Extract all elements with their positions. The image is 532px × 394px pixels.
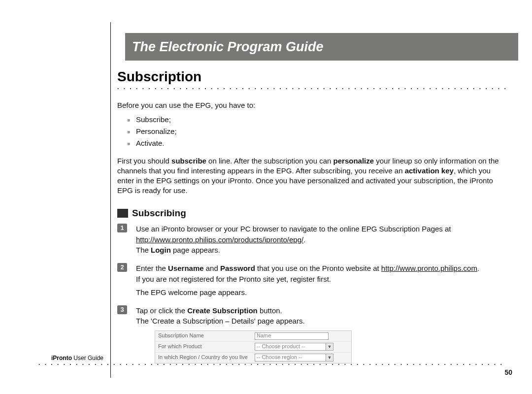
- step-item: 2 Enter the Username and Password that y…: [117, 263, 511, 297]
- select-value: -- Choose region --: [257, 354, 302, 361]
- region-select[interactable]: -- Choose region -- ▼: [255, 354, 333, 361]
- url-link[interactable]: http://www.pronto.philips.com: [381, 264, 477, 272]
- bold-text: Username: [168, 264, 204, 272]
- step-list: 1 Use an iPronto browser or your PC brow…: [117, 224, 511, 363]
- heading-marker-icon: [117, 209, 128, 218]
- dotted-rule: · · · · · · · · · · · · · · · · · · · · …: [38, 361, 504, 367]
- text: If you are not registered for the Pronto…: [136, 275, 331, 283]
- chevron-down-icon: ▼: [326, 343, 333, 350]
- chevron-down-icon: ▼: [326, 354, 333, 361]
- vertical-rule: [110, 22, 111, 378]
- text: Tap or click the: [136, 306, 187, 315]
- text: The 'Create a Subscription – Details' pa…: [136, 317, 305, 325]
- spacer: [136, 284, 511, 287]
- text: User Guide: [72, 355, 103, 361]
- step-number-badge: 2: [117, 263, 127, 272]
- text: The EPG welcome page appears.: [136, 288, 247, 296]
- section-title: Subscription: [117, 69, 511, 85]
- list-item: Activate.: [127, 137, 511, 149]
- step-number-badge: 3: [117, 305, 127, 314]
- bold-text: Login: [151, 246, 171, 254]
- manual-page: The Electronic Program Guide Subscriptio…: [0, 0, 532, 394]
- intro-line: Before you can use the EPG, you have to:: [117, 100, 511, 110]
- form-row: For which Product -- Choose product -- ▼: [155, 341, 351, 352]
- text: First you should: [117, 157, 171, 165]
- page-number: 50: [504, 368, 512, 376]
- subhead-row: Subscribing: [117, 208, 511, 219]
- text: The: [136, 246, 151, 254]
- text: Enter the: [136, 264, 168, 272]
- select-value: -- Choose product --: [257, 343, 305, 351]
- form-field-cell: -- Choose product -- ▼: [255, 342, 351, 351]
- step-number-badge: 1: [117, 224, 127, 232]
- text: page appears.: [171, 246, 220, 254]
- bold-text: activation key: [405, 166, 454, 175]
- intro-bullet-list: Subscribe; Personalize; Activate.: [127, 114, 511, 149]
- dotted-rule: · · · · · · · · · · · · · · · · · · · · …: [117, 86, 506, 92]
- text: that you use on the Pronto website at: [255, 264, 381, 272]
- text: and: [204, 264, 220, 272]
- form-field-cell: -- Choose region -- ▼: [255, 353, 351, 362]
- chapter-title: The Electronic Program Guide: [132, 39, 324, 55]
- form-label: For which Product: [155, 343, 255, 351]
- footer-guide-label: iPronto User Guide: [51, 355, 103, 361]
- subscription-form-screenshot: Subscription Name Name For which Product…: [155, 330, 352, 363]
- bold-text: Create Subscription: [187, 306, 258, 315]
- text: Use an iPronto browser or your PC browse…: [136, 225, 451, 233]
- text: on line. After the subscription you can: [206, 157, 333, 165]
- form-label: Subscription Name: [155, 332, 255, 340]
- bold-text: personalize: [333, 157, 374, 165]
- step-item: 3 Tap or click the Create Subscription b…: [117, 305, 511, 363]
- list-item: Subscribe;: [127, 114, 511, 126]
- text: .: [303, 235, 305, 244]
- bold-text: subscribe: [171, 157, 206, 165]
- bold-text: Password: [220, 264, 255, 272]
- step-item: 1 Use an iPronto browser or your PC brow…: [117, 224, 511, 255]
- input-value: Name: [257, 332, 271, 340]
- product-select[interactable]: -- Choose product -- ▼: [255, 343, 333, 351]
- form-label: In which Region / Country do you live: [155, 354, 255, 361]
- brand-name: iPronto: [51, 355, 72, 361]
- form-row: Subscription Name Name: [155, 331, 351, 341]
- subscription-name-input[interactable]: Name: [255, 332, 329, 340]
- text: .: [477, 264, 479, 272]
- form-field-cell: Name: [255, 331, 351, 340]
- text: button.: [258, 306, 282, 315]
- chapter-banner: The Electronic Program Guide: [125, 33, 518, 61]
- url-link[interactable]: http://www.pronto.philips.com/products/i…: [136, 235, 303, 244]
- list-item: Personalize;: [127, 126, 511, 137]
- subsection-heading: Subscribing: [132, 208, 186, 219]
- body-paragraph: First you should subscribe on line. Afte…: [117, 156, 501, 195]
- page-content: Subscription · · · · · · · · · · · · · ·…: [117, 69, 511, 371]
